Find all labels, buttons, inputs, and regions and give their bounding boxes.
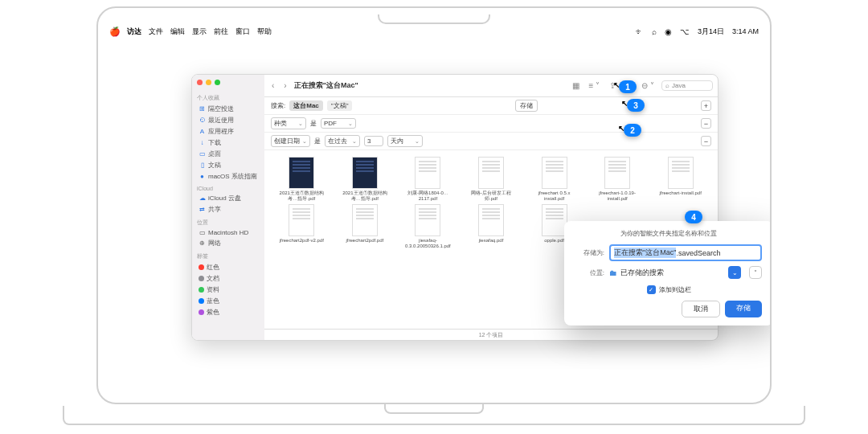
sidebar-item-desktop[interactable]: ▭桌面 (197, 149, 260, 159)
pdf-file-icon (478, 204, 504, 236)
sidebar-item-airdrop[interactable]: ⊞隔空投送 (197, 104, 260, 114)
search-icon[interactable]: ⌕ (652, 27, 657, 36)
file-item[interactable]: jiesafaq-0.3.0.20050326.1.pdf (397, 204, 459, 248)
control-center-icon[interactable]: ⌥ (680, 27, 690, 36)
callout-number: 4 (691, 213, 696, 222)
sidebar-item-guide[interactable]: ●macOS 系统指南 (197, 171, 260, 182)
file-item[interactable]: jfreechart-install.pdf (649, 157, 711, 201)
scope-tab-documents[interactable]: "文稿" (327, 100, 353, 111)
file-item[interactable]: 2021王道①数据结构考…指导.pdf (271, 157, 333, 201)
menu-help[interactable]: 帮助 (257, 27, 272, 37)
file-item[interactable]: jfreechart2pdf-v2.pdf (271, 204, 333, 248)
file-item[interactable]: jfreechart-1.0.19-install.pdf (587, 157, 649, 201)
file-item[interactable]: jfreechart 0.5.x install.pdf (523, 157, 585, 201)
dialog-addsidebar-checkbox[interactable]: ✓ (647, 285, 656, 294)
menu-edit[interactable]: 编辑 (170, 27, 185, 37)
criteria-count-field[interactable]: 3 (364, 136, 383, 146)
chevron-down-icon: ⌄ (302, 138, 307, 145)
app-name[interactable]: 访达 (127, 27, 141, 37)
add-criteria-button[interactable]: + (701, 100, 711, 111)
remove-criteria-button[interactable]: − (701, 136, 711, 146)
dialog-where-select[interactable]: 🖿 已存储的搜索 (609, 268, 723, 278)
sidebar-item-macintosh-hd[interactable]: ▭Macintosh HD (197, 228, 260, 237)
sidebar-tag-red[interactable]: 红色 (197, 262, 260, 272)
sidebar-item-label: 资料 (207, 285, 219, 294)
sidebar-tag-purple[interactable]: 紫色 (197, 307, 260, 317)
pdf-file-icon (289, 157, 314, 189)
sidebar-section-icloud: iCloud (197, 186, 260, 191)
laptop-screen: 🍎 访达 文件 编辑 显示 前往 窗口 帮助 ᯤ ⌕ ◉ ⌥ 3月14日 3:1… (96, 6, 772, 404)
file-item[interactable]: 刘康-网络1804-0…2117.pdf (397, 157, 459, 201)
action-button[interactable]: ⊖ ˅ (639, 80, 657, 92)
file-item[interactable]: 2021王道①数据结构考…指导.pdf (334, 157, 396, 201)
criteria-value-select[interactable]: PDF⌄ (321, 118, 356, 129)
dialog-save-button[interactable]: 存储 (725, 301, 762, 317)
minimize-button[interactable] (206, 80, 211, 85)
sidebar-item-shared[interactable]: ⇄共享 (197, 204, 260, 215)
file-name: jiesafaq.pdf (466, 238, 516, 248)
sidebar-item-label: 下载 (208, 138, 221, 147)
tag-dot-icon (199, 298, 204, 304)
forward-button[interactable]: › (281, 80, 289, 92)
pdf-file-icon (668, 157, 694, 189)
criteria-within-select[interactable]: 在过去⌄ (325, 135, 360, 147)
sidebar-item-recents[interactable]: ⏲最近使用 (197, 115, 260, 125)
criteria-kind-select[interactable]: 种类⌄ (271, 117, 306, 129)
callout-3: ↖3 (627, 99, 645, 112)
documents-icon: ▯ (199, 162, 206, 169)
menubar-time[interactable]: 3:14 AM (732, 27, 759, 35)
wifi-icon[interactable]: ᯤ (636, 27, 644, 36)
dialog-title: 为你的智能文件夹指定名称和位置 (575, 229, 762, 238)
dialog-cancel-button[interactable]: 取消 (682, 301, 720, 317)
criteria-date-select[interactable]: 创建日期⌄ (271, 135, 310, 147)
search-field[interactable]: ⌕ Java (661, 80, 713, 91)
sidebar-item-network[interactable]: ⊕网络 (197, 238, 260, 248)
remove-criteria-button[interactable]: − (701, 118, 711, 129)
close-button[interactable] (197, 80, 203, 85)
menubar-date[interactable]: 3月14日 (698, 27, 724, 37)
view-icons-button[interactable]: ▦ (570, 80, 582, 92)
sidebar-item-downloads[interactable]: ↓下载 (197, 137, 260, 148)
menubar: 🍎 访达 文件 编辑 显示 前往 窗口 帮助 ᯤ ⌕ ◉ ⌥ 3月14日 3:1… (98, 24, 770, 39)
sidebar-tag-blue[interactable]: 蓝色 (197, 296, 260, 306)
tag-dot-icon (199, 309, 204, 315)
pdf-file-icon (415, 157, 440, 189)
menu-go[interactable]: 前往 (214, 27, 228, 37)
back-button[interactable]: ‹ (269, 80, 276, 92)
sidebar-item-label: 隔空投送 (208, 104, 234, 113)
menu-file[interactable]: 文件 (149, 27, 163, 37)
sidebar-tag-data[interactable]: 资料 (197, 285, 260, 295)
sidebar-item-documents[interactable]: ▯文稿 (197, 160, 260, 170)
apps-icon: A (199, 128, 206, 135)
pdf-file-icon (542, 157, 567, 189)
dialog-where-label: 位置: (575, 268, 604, 277)
save-search-button[interactable]: 存储 (515, 100, 538, 112)
criteria-unit-select[interactable]: 天内⌄ (387, 135, 423, 147)
menu-view[interactable]: 显示 (192, 27, 207, 37)
file-name: jfreechart-install.pdf (656, 190, 706, 201)
dialog-addsidebar-label: 添加到边栏 (659, 285, 691, 294)
sidebar-section-tags: 标签 (197, 252, 260, 260)
file-item[interactable]: 网络-后台研发工程师.pdf (461, 157, 522, 201)
callout-1: ↖1 (619, 80, 637, 93)
file-item[interactable]: jiesafaq.pdf (461, 204, 522, 248)
dialog-expand-button[interactable]: ˅ (749, 266, 762, 279)
scope-tab-thismac[interactable]: 这台Mac (289, 100, 323, 111)
sidebar-item-icloud[interactable]: ☁iCloud 云盘 (197, 193, 260, 203)
zoom-button[interactable] (215, 80, 220, 85)
search-value: Java (672, 82, 686, 89)
dialog-name-input[interactable]: 正在搜索"这台Mac".savedSearch (609, 244, 762, 261)
menu-window[interactable]: 窗口 (235, 27, 250, 37)
apple-menu-icon[interactable]: 🍎 (109, 27, 121, 37)
sidebar-item-label: 文稿 (208, 161, 221, 170)
file-item[interactable]: jfreechart2pdf.pdf (334, 204, 396, 248)
user-icon[interactable]: ◉ (665, 27, 672, 36)
sidebar-item-label: macOS 系统指南 (208, 172, 257, 181)
pdf-file-icon (604, 157, 630, 189)
file-name: jfreechart2pdf.pdf (340, 238, 390, 248)
airdrop-icon: ⊞ (199, 105, 206, 113)
sidebar-tag-doc[interactable]: 文档 (197, 273, 260, 284)
group-button[interactable]: ≡ ˅ (587, 80, 603, 92)
dialog-where-dropdown[interactable]: ⌄ (728, 266, 741, 279)
sidebar-item-applications[interactable]: A应用程序 (197, 126, 260, 137)
